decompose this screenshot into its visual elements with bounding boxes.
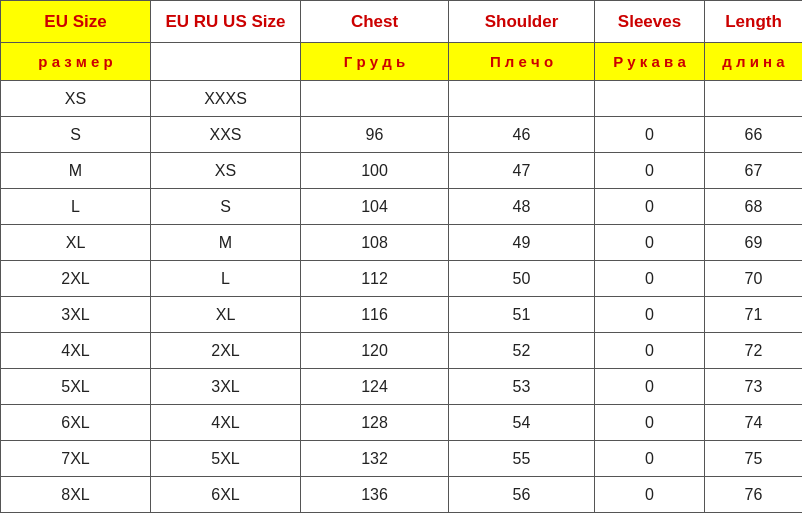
chest-cell: 120 [301,333,449,369]
length-cell: 72 [705,333,803,369]
chest-cell: 108 [301,225,449,261]
eu-size-cell: XL [1,225,151,261]
ru-sleeves-header: Р у к а в а [595,43,705,81]
ru-chest-header: Г р у д ь [301,43,449,81]
table-row: MXS10047067 [1,153,803,189]
sleeves-cell: 0 [595,369,705,405]
chest-cell: 116 [301,297,449,333]
length-cell: 73 [705,369,803,405]
eu-size-cell: 7XL [1,441,151,477]
table-row: LS10448068 [1,189,803,225]
chest-cell: 128 [301,405,449,441]
chest-header: Chest [301,1,449,43]
eu-ru-us-header: EU RU US Size [151,1,301,43]
table-row: 7XL5XL13255075 [1,441,803,477]
sleeves-cell: 0 [595,441,705,477]
table-row: XSXXXS [1,81,803,117]
ru-size-cell: 4XL [151,405,301,441]
sleeves-cell: 0 [595,189,705,225]
length-cell: 76 [705,477,803,513]
length-header: Length [705,1,803,43]
eu-size-cell: 6XL [1,405,151,441]
ru-size-cell: XXXS [151,81,301,117]
shoulder-cell: 52 [449,333,595,369]
eu-size-cell: 5XL [1,369,151,405]
eu-size-cell: 4XL [1,333,151,369]
eu-size-cell: M [1,153,151,189]
ru-shoulder-header: П л е ч о [449,43,595,81]
shoulder-cell: 46 [449,117,595,153]
ru-size-header: р а з м е р [1,43,151,81]
shoulder-cell: 51 [449,297,595,333]
sleeves-cell: 0 [595,117,705,153]
shoulder-cell: 55 [449,441,595,477]
sleeves-cell: 0 [595,261,705,297]
eu-ru-us-empty [151,43,301,81]
ru-size-cell: XS [151,153,301,189]
sleeves-cell [595,81,705,117]
length-cell: 67 [705,153,803,189]
length-cell: 68 [705,189,803,225]
chest-cell [301,81,449,117]
ru-size-cell: XL [151,297,301,333]
shoulder-cell: 53 [449,369,595,405]
eu-size-cell: L [1,189,151,225]
table-row: 8XL6XL13656076 [1,477,803,513]
length-cell: 69 [705,225,803,261]
eu-size-cell: S [1,117,151,153]
ru-size-cell: XXS [151,117,301,153]
shoulder-cell: 47 [449,153,595,189]
shoulder-cell: 56 [449,477,595,513]
chest-cell: 136 [301,477,449,513]
eu-size-cell: 3XL [1,297,151,333]
sleeves-cell: 0 [595,225,705,261]
chest-cell: 132 [301,441,449,477]
sleeves-header: Sleeves [595,1,705,43]
chest-cell: 104 [301,189,449,225]
table-row: 2XLL11250070 [1,261,803,297]
ru-size-cell: 6XL [151,477,301,513]
table-row: XLM10849069 [1,225,803,261]
table-row: 3XLXL11651071 [1,297,803,333]
shoulder-cell: 50 [449,261,595,297]
ru-size-cell: 5XL [151,441,301,477]
chest-cell: 96 [301,117,449,153]
table-row: 5XL3XL12453073 [1,369,803,405]
sleeves-cell: 0 [595,333,705,369]
ru-size-cell: L [151,261,301,297]
shoulder-header: Shoulder [449,1,595,43]
sleeves-cell: 0 [595,405,705,441]
sleeves-cell: 0 [595,297,705,333]
ru-length-header: д л и н а [705,43,803,81]
ru-size-cell: 3XL [151,369,301,405]
table-row: 6XL4XL12854074 [1,405,803,441]
table-row: 4XL2XL12052072 [1,333,803,369]
length-cell [705,81,803,117]
eu-size-cell: XS [1,81,151,117]
chest-cell: 100 [301,153,449,189]
ru-size-cell: S [151,189,301,225]
eu-size-header: EU Size [1,1,151,43]
chest-cell: 124 [301,369,449,405]
shoulder-cell: 54 [449,405,595,441]
eu-size-cell: 8XL [1,477,151,513]
sleeves-cell: 0 [595,477,705,513]
length-cell: 66 [705,117,803,153]
ru-size-cell: 2XL [151,333,301,369]
length-cell: 74 [705,405,803,441]
shoulder-cell [449,81,595,117]
shoulder-cell: 48 [449,189,595,225]
eu-size-cell: 2XL [1,261,151,297]
shoulder-cell: 49 [449,225,595,261]
length-cell: 75 [705,441,803,477]
table-row: SXXS9646066 [1,117,803,153]
length-cell: 71 [705,297,803,333]
ru-size-cell: M [151,225,301,261]
sleeves-cell: 0 [595,153,705,189]
chest-cell: 112 [301,261,449,297]
length-cell: 70 [705,261,803,297]
